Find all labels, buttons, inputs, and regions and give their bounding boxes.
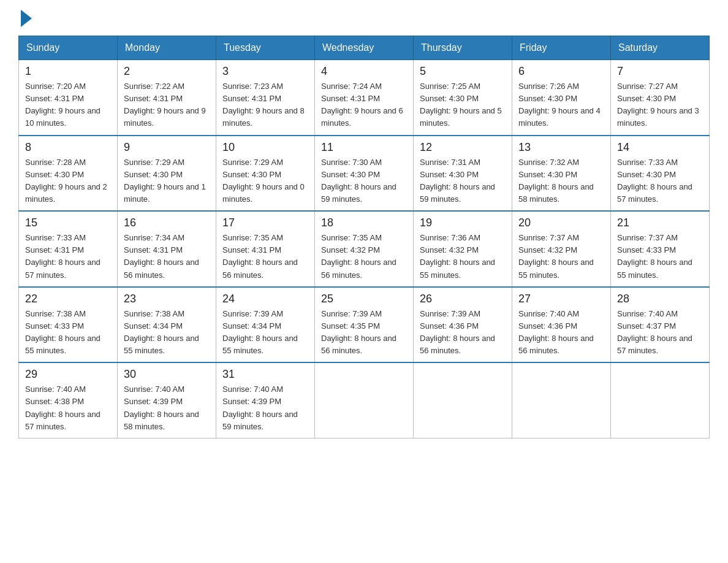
day-info: Sunrise: 7:37 AMSunset: 4:33 PMDaylight:… bbox=[617, 232, 703, 282]
calendar-cell: 17 Sunrise: 7:35 AMSunset: 4:31 PMDaylig… bbox=[216, 211, 315, 287]
column-header-wednesday: Wednesday bbox=[315, 36, 414, 60]
calendar-cell: 24 Sunrise: 7:39 AMSunset: 4:34 PMDaylig… bbox=[216, 287, 315, 363]
calendar-cell: 11 Sunrise: 7:30 AMSunset: 4:30 PMDaylig… bbox=[315, 136, 414, 212]
calendar-week-row: 15 Sunrise: 7:33 AMSunset: 4:31 PMDaylig… bbox=[19, 211, 710, 287]
column-header-thursday: Thursday bbox=[414, 36, 512, 60]
calendar-cell: 15 Sunrise: 7:33 AMSunset: 4:31 PMDaylig… bbox=[19, 211, 118, 287]
day-info: Sunrise: 7:30 AMSunset: 4:30 PMDaylight:… bbox=[321, 156, 407, 206]
column-header-friday: Friday bbox=[512, 36, 611, 60]
day-number: 1 bbox=[25, 65, 111, 78]
day-number: 2 bbox=[124, 65, 210, 78]
day-info: Sunrise: 7:40 AMSunset: 4:39 PMDaylight:… bbox=[124, 383, 210, 433]
day-number: 6 bbox=[518, 65, 604, 78]
day-info: Sunrise: 7:36 AMSunset: 4:32 PMDaylight:… bbox=[420, 232, 506, 282]
calendar-cell: 18 Sunrise: 7:35 AMSunset: 4:32 PMDaylig… bbox=[315, 211, 414, 287]
day-info: Sunrise: 7:29 AMSunset: 4:30 PMDaylight:… bbox=[222, 156, 308, 206]
calendar-cell: 4 Sunrise: 7:24 AMSunset: 4:31 PMDayligh… bbox=[315, 60, 414, 136]
day-number: 11 bbox=[321, 141, 407, 154]
day-info: Sunrise: 7:37 AMSunset: 4:32 PMDaylight:… bbox=[518, 232, 604, 282]
calendar-cell: 1 Sunrise: 7:20 AMSunset: 4:31 PMDayligh… bbox=[19, 60, 118, 136]
day-number: 8 bbox=[25, 141, 111, 154]
day-number: 16 bbox=[124, 216, 210, 229]
calendar-cell: 16 Sunrise: 7:34 AMSunset: 4:31 PMDaylig… bbox=[118, 211, 216, 287]
calendar-cell: 31 Sunrise: 7:40 AMSunset: 4:39 PMDaylig… bbox=[216, 362, 315, 438]
day-number: 31 bbox=[222, 368, 308, 381]
calendar-cell: 14 Sunrise: 7:33 AMSunset: 4:30 PMDaylig… bbox=[611, 136, 710, 212]
day-info: Sunrise: 7:28 AMSunset: 4:30 PMDaylight:… bbox=[25, 156, 111, 206]
calendar-cell: 22 Sunrise: 7:38 AMSunset: 4:33 PMDaylig… bbox=[19, 287, 118, 363]
day-info: Sunrise: 7:27 AMSunset: 4:30 PMDaylight:… bbox=[617, 80, 703, 130]
day-info: Sunrise: 7:34 AMSunset: 4:31 PMDaylight:… bbox=[124, 232, 210, 282]
day-number: 24 bbox=[222, 293, 308, 305]
day-info: Sunrise: 7:40 AMSunset: 4:38 PMDaylight:… bbox=[25, 383, 111, 433]
day-number: 18 bbox=[321, 216, 407, 229]
calendar-cell: 9 Sunrise: 7:29 AMSunset: 4:30 PMDayligh… bbox=[118, 136, 216, 212]
day-number: 7 bbox=[617, 65, 703, 78]
calendar-table: SundayMondayTuesdayWednesdayThursdayFrid… bbox=[18, 36, 710, 439]
day-info: Sunrise: 7:26 AMSunset: 4:30 PMDaylight:… bbox=[518, 80, 604, 130]
day-number: 12 bbox=[420, 141, 506, 154]
calendar-cell: 12 Sunrise: 7:31 AMSunset: 4:30 PMDaylig… bbox=[414, 136, 512, 212]
calendar-week-row: 8 Sunrise: 7:28 AMSunset: 4:30 PMDayligh… bbox=[19, 136, 710, 212]
column-header-saturday: Saturday bbox=[611, 36, 710, 60]
day-info: Sunrise: 7:32 AMSunset: 4:30 PMDaylight:… bbox=[518, 156, 604, 206]
calendar-cell: 23 Sunrise: 7:38 AMSunset: 4:34 PMDaylig… bbox=[118, 287, 216, 363]
day-number: 29 bbox=[25, 368, 111, 381]
calendar-cell bbox=[414, 362, 512, 438]
day-number: 15 bbox=[25, 216, 111, 229]
day-info: Sunrise: 7:39 AMSunset: 4:35 PMDaylight:… bbox=[321, 308, 407, 358]
day-info: Sunrise: 7:40 AMSunset: 4:37 PMDaylight:… bbox=[617, 308, 703, 358]
calendar-cell: 10 Sunrise: 7:29 AMSunset: 4:30 PMDaylig… bbox=[216, 136, 315, 212]
day-number: 27 bbox=[518, 293, 604, 305]
calendar-cell: 27 Sunrise: 7:40 AMSunset: 4:36 PMDaylig… bbox=[512, 287, 611, 363]
day-info: Sunrise: 7:38 AMSunset: 4:33 PMDaylight:… bbox=[25, 308, 111, 358]
calendar-cell: 28 Sunrise: 7:40 AMSunset: 4:37 PMDaylig… bbox=[611, 287, 710, 363]
calendar-cell: 26 Sunrise: 7:39 AMSunset: 4:36 PMDaylig… bbox=[414, 287, 512, 363]
day-info: Sunrise: 7:25 AMSunset: 4:30 PMDaylight:… bbox=[420, 80, 506, 130]
day-info: Sunrise: 7:22 AMSunset: 4:31 PMDaylight:… bbox=[124, 80, 210, 130]
day-info: Sunrise: 7:39 AMSunset: 4:36 PMDaylight:… bbox=[420, 308, 506, 358]
column-header-tuesday: Tuesday bbox=[216, 36, 315, 60]
day-number: 20 bbox=[518, 216, 604, 229]
logo bbox=[18, 12, 32, 23]
calendar-week-row: 22 Sunrise: 7:38 AMSunset: 4:33 PMDaylig… bbox=[19, 287, 710, 363]
day-info: Sunrise: 7:39 AMSunset: 4:34 PMDaylight:… bbox=[222, 308, 308, 358]
day-info: Sunrise: 7:35 AMSunset: 4:31 PMDaylight:… bbox=[222, 232, 308, 282]
day-number: 14 bbox=[617, 141, 703, 154]
day-info: Sunrise: 7:33 AMSunset: 4:31 PMDaylight:… bbox=[25, 232, 111, 282]
calendar-cell: 21 Sunrise: 7:37 AMSunset: 4:33 PMDaylig… bbox=[611, 211, 710, 287]
day-number: 5 bbox=[420, 65, 506, 78]
day-number: 30 bbox=[124, 368, 210, 381]
calendar-cell: 13 Sunrise: 7:32 AMSunset: 4:30 PMDaylig… bbox=[512, 136, 611, 212]
calendar-cell: 20 Sunrise: 7:37 AMSunset: 4:32 PMDaylig… bbox=[512, 211, 611, 287]
calendar-cell bbox=[512, 362, 611, 438]
day-number: 19 bbox=[420, 216, 506, 229]
day-number: 9 bbox=[124, 141, 210, 154]
day-number: 26 bbox=[420, 293, 506, 305]
calendar-cell: 2 Sunrise: 7:22 AMSunset: 4:31 PMDayligh… bbox=[118, 60, 216, 136]
day-info: Sunrise: 7:35 AMSunset: 4:32 PMDaylight:… bbox=[321, 232, 407, 282]
calendar-cell: 25 Sunrise: 7:39 AMSunset: 4:35 PMDaylig… bbox=[315, 287, 414, 363]
calendar-header-row: SundayMondayTuesdayWednesdayThursdayFrid… bbox=[19, 36, 710, 60]
day-info: Sunrise: 7:20 AMSunset: 4:31 PMDaylight:… bbox=[25, 80, 111, 130]
day-number: 3 bbox=[222, 65, 308, 78]
column-header-monday: Monday bbox=[118, 36, 216, 60]
day-number: 10 bbox=[222, 141, 308, 154]
calendar-cell bbox=[611, 362, 710, 438]
calendar-cell bbox=[315, 362, 414, 438]
day-number: 22 bbox=[25, 293, 111, 305]
logo-arrow-icon bbox=[21, 10, 32, 27]
calendar-cell: 19 Sunrise: 7:36 AMSunset: 4:32 PMDaylig… bbox=[414, 211, 512, 287]
day-info: Sunrise: 7:38 AMSunset: 4:34 PMDaylight:… bbox=[124, 308, 210, 358]
day-number: 25 bbox=[321, 293, 407, 305]
calendar-cell: 8 Sunrise: 7:28 AMSunset: 4:30 PMDayligh… bbox=[19, 136, 118, 212]
day-number: 13 bbox=[518, 141, 604, 154]
column-header-sunday: Sunday bbox=[19, 36, 118, 60]
day-info: Sunrise: 7:40 AMSunset: 4:36 PMDaylight:… bbox=[518, 308, 604, 358]
day-number: 17 bbox=[222, 216, 308, 229]
calendar-cell: 7 Sunrise: 7:27 AMSunset: 4:30 PMDayligh… bbox=[611, 60, 710, 136]
calendar-cell: 30 Sunrise: 7:40 AMSunset: 4:39 PMDaylig… bbox=[118, 362, 216, 438]
calendar-cell: 6 Sunrise: 7:26 AMSunset: 4:30 PMDayligh… bbox=[512, 60, 611, 136]
day-info: Sunrise: 7:31 AMSunset: 4:30 PMDaylight:… bbox=[420, 156, 506, 206]
calendar-week-row: 1 Sunrise: 7:20 AMSunset: 4:31 PMDayligh… bbox=[19, 60, 710, 136]
